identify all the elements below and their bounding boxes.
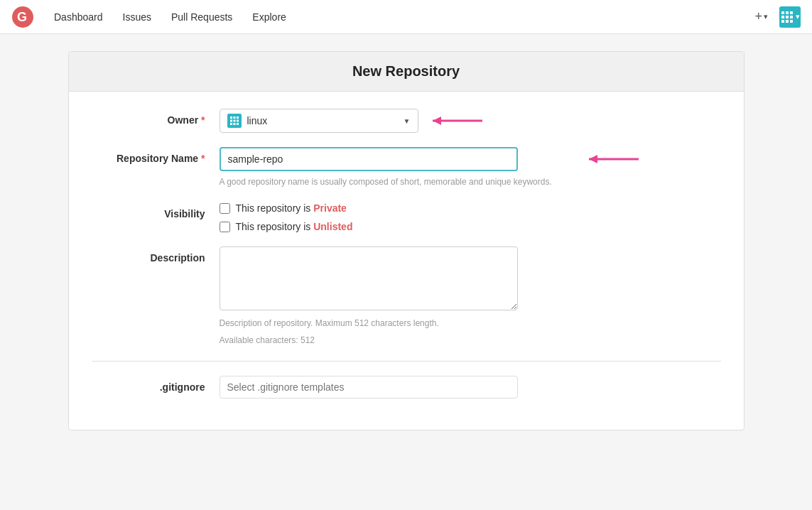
plus-icon: + <box>754 9 762 24</box>
visibility-control: This repository is Private This reposito… <box>220 202 575 232</box>
repo-name-input[interactable] <box>220 147 518 171</box>
plus-chevron-icon: ▾ <box>764 12 768 21</box>
svg-rect-9 <box>786 20 789 23</box>
form-card: New Repository Owner * <box>68 51 745 430</box>
nav-issues[interactable]: Issues <box>114 6 160 28</box>
owner-avatar-icon <box>227 114 242 128</box>
owner-row: Owner * <box>92 109 721 133</box>
nav-right: + ▾ ▾ <box>749 6 801 28</box>
description-row: Description Description of repository. M… <box>92 246 721 347</box>
visibility-label: Visibility <box>92 202 220 219</box>
private-checkbox[interactable] <box>220 203 230 214</box>
description-label: Description <box>92 246 220 264</box>
private-label: This repository is Private <box>236 202 347 214</box>
description-chars: Available characters: 512 <box>220 334 575 347</box>
svg-rect-19 <box>237 123 239 125</box>
gitignore-input[interactable] <box>220 376 518 398</box>
svg-rect-14 <box>230 120 232 122</box>
description-control: Description of repository. Maximum 512 c… <box>220 246 575 347</box>
visibility-row: Visibility This repository is Private <box>92 202 721 232</box>
gitignore-label: .gitignore <box>92 376 220 393</box>
svg-rect-10 <box>790 20 793 23</box>
form-divider <box>92 361 721 362</box>
svg-rect-17 <box>230 123 232 125</box>
nav-links: Dashboard Issues Pull Requests Explore <box>45 6 749 28</box>
unlisted-label: This repository is Unlisted <box>236 221 353 232</box>
svg-rect-12 <box>233 116 235 119</box>
create-button[interactable]: + ▾ <box>749 6 774 27</box>
visibility-unlisted-option: This repository is Unlisted <box>220 221 575 232</box>
nav-dashboard[interactable]: Dashboard <box>45 6 112 28</box>
repo-name-arrow-annotation <box>582 148 639 170</box>
form-header: New Repository <box>69 52 744 92</box>
svg-text:G: G <box>17 10 27 24</box>
repo-name-label: Repository Name * <box>92 147 220 164</box>
nav-explore[interactable]: Explore <box>244 6 294 28</box>
owner-control: linux ▼ <box>220 109 575 133</box>
svg-rect-5 <box>781 16 784 18</box>
private-colored-text: Private <box>313 202 347 214</box>
gitignore-row: .gitignore <box>92 376 721 398</box>
nav-pull-requests[interactable]: Pull Requests <box>163 6 241 28</box>
description-textarea[interactable] <box>220 246 518 310</box>
svg-rect-18 <box>233 123 235 125</box>
repo-name-control: A good repository name is usually compos… <box>220 147 575 188</box>
unlisted-checkbox[interactable] <box>220 222 230 232</box>
description-hint: Description of repository. Maximum 512 c… <box>220 317 575 330</box>
svg-rect-15 <box>233 120 235 122</box>
svg-rect-7 <box>790 16 793 18</box>
visibility-private-option: This repository is Private <box>220 202 575 214</box>
svg-rect-2 <box>781 11 784 14</box>
gitignore-control <box>220 376 575 398</box>
unlisted-colored-text: Unlisted <box>313 221 352 232</box>
page-title: New Repository <box>86 63 727 80</box>
svg-rect-11 <box>230 116 232 119</box>
page-content: New Repository Owner * <box>51 34 762 447</box>
svg-rect-13 <box>237 116 239 119</box>
site-logo[interactable]: G <box>11 6 34 28</box>
owner-select[interactable]: linux ▼ <box>220 109 418 133</box>
svg-rect-6 <box>786 16 789 18</box>
user-avatar[interactable]: ▾ <box>779 6 801 28</box>
svg-marker-20 <box>433 116 441 125</box>
navbar: G Dashboard Issues Pull Requests Explore… <box>0 0 812 34</box>
owner-arrow-annotation <box>426 110 482 131</box>
visibility-options: This repository is Private This reposito… <box>220 202 575 232</box>
owner-name: linux <box>247 115 368 126</box>
svg-rect-4 <box>790 11 793 14</box>
repo-name-row: Repository Name * A good repository name… <box>92 147 721 188</box>
repo-name-hint: A good repository name is usually compos… <box>220 175 575 188</box>
svg-rect-8 <box>781 20 784 23</box>
svg-rect-16 <box>237 120 239 122</box>
form-body: Owner * <box>69 92 744 430</box>
owner-label: Owner * <box>92 109 220 126</box>
owner-chevron-icon: ▼ <box>404 117 411 125</box>
svg-marker-21 <box>589 155 597 163</box>
svg-rect-3 <box>786 11 789 14</box>
